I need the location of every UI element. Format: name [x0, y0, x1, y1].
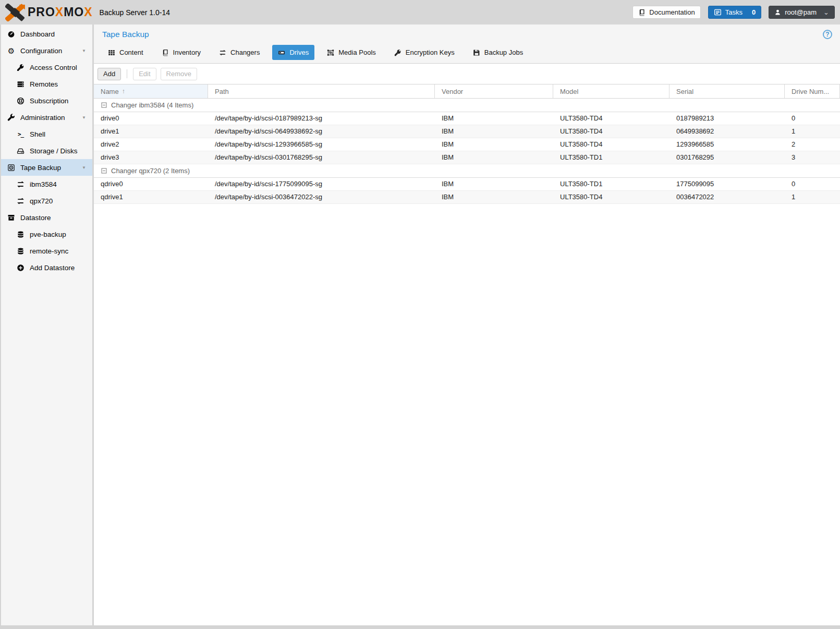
plus-circle-icon	[16, 264, 26, 272]
drives-table: Name ↑ Path Vendor Model Serial Drive Nu…	[94, 84, 840, 204]
exchange-icon	[16, 197, 26, 205]
book-icon	[638, 9, 646, 16]
sidebar-item-subscription[interactable]: Subscription	[1, 92, 92, 109]
chevron-down-icon[interactable]: ▼	[82, 115, 86, 120]
column-header-model[interactable]: Model	[553, 84, 669, 98]
exchange-icon	[16, 180, 26, 188]
table-row-drive0[interactable]: drive0 /dev/tape/by-id/scsi-0187989213-s…	[94, 112, 840, 125]
product-version-label: Backup Server 1.0-14	[100, 8, 170, 17]
sidebar-item-label: ibm3584	[30, 180, 57, 188]
sidebar-item-shell[interactable]: >_ Shell	[1, 126, 92, 142]
database-icon	[16, 247, 26, 255]
tasks-count-badge: 0	[752, 8, 756, 16]
tab-content[interactable]: Content	[102, 45, 149, 60]
user-icon	[774, 9, 781, 16]
key-icon	[394, 49, 401, 56]
sidebar-item-label: Configuration	[20, 47, 62, 55]
column-header-vendor[interactable]: Vendor	[435, 84, 553, 98]
proxmox-x-logo-icon	[5, 4, 25, 21]
sidebar-item-label: Subscription	[30, 97, 68, 105]
sidebar-item-configuration[interactable]: ⚙ Configuration ▼	[1, 42, 92, 59]
group-label: Changer ibm3584 (4 Items)	[111, 101, 193, 109]
sidebar-item-pve-backup[interactable]: pve-backup	[1, 226, 92, 243]
column-header-serial[interactable]: Serial	[669, 84, 785, 98]
table-header-row: Name ↑ Path Vendor Model Serial Drive Nu…	[94, 84, 840, 99]
table-toolbar: Add Edit Remove	[94, 64, 840, 84]
table-row-qdrive0[interactable]: qdrive0 /dev/tape/by-id/scsi-1775099095-…	[94, 178, 840, 191]
life-ring-icon	[16, 97, 26, 105]
sidebar-item-add-datastore[interactable]: Add Datastore	[1, 259, 92, 276]
collapse-minus-icon[interactable]	[101, 102, 107, 108]
sidebar-item-ibm3584[interactable]: ibm3584	[1, 176, 92, 192]
sidebar-item-label: remote-sync	[30, 247, 68, 255]
save-icon	[473, 49, 480, 56]
tab-inventory[interactable]: Inventory	[156, 45, 206, 60]
add-button[interactable]: Add	[98, 68, 121, 80]
table-row-drive1[interactable]: drive1 /dev/tape/by-id/scsi-0649938692-s…	[94, 125, 840, 138]
column-header-path[interactable]: Path	[208, 84, 435, 98]
sidebar: Dashboard ⚙ Configuration ▼ Access Contr…	[1, 25, 94, 625]
sidebar-item-label: Administration	[20, 114, 65, 122]
table-row-drive2[interactable]: drive2 /dev/tape/by-id/scsi-1293966585-s…	[94, 138, 840, 151]
sidebar-item-remotes[interactable]: Remotes	[1, 76, 92, 92]
content-header: Tape Backup ? Content Inventory Changers	[94, 25, 840, 64]
column-header-name[interactable]: Name ↑	[94, 84, 208, 98]
chevron-down-icon[interactable]: ▼	[82, 49, 86, 53]
tab-backup-jobs[interactable]: Backup Jobs	[467, 45, 529, 60]
sidebar-item-label: Tape Backup	[20, 164, 61, 172]
sidebar-item-label: Storage / Disks	[30, 147, 78, 155]
group-label: Changer qpx720 (2 Items)	[111, 167, 190, 175]
tab-media-pools[interactable]: Media Pools	[321, 45, 382, 60]
chevron-down-icon[interactable]: ▼	[82, 165, 86, 170]
exchange-icon	[219, 49, 226, 56]
sidebar-item-administration[interactable]: Administration ▼	[1, 109, 92, 126]
sidebar-item-label: qpx720	[30, 197, 53, 205]
tab-drives[interactable]: Drives	[272, 45, 314, 60]
sidebar-item-storage-disks[interactable]: Storage / Disks	[1, 142, 92, 159]
sidebar-item-label: Datastore	[20, 214, 51, 222]
sidebar-item-label: Shell	[30, 130, 45, 138]
documentation-button[interactable]: Documentation	[632, 6, 700, 19]
terminal-icon: >_	[16, 131, 26, 138]
top-bar: PROXMOX Backup Server 1.0-14 Documentati…	[0, 0, 840, 25]
sidebar-item-access-control[interactable]: Access Control	[1, 59, 92, 76]
task-list-icon	[714, 8, 722, 16]
sidebar-item-label: Remotes	[30, 80, 58, 88]
table-row-drive3[interactable]: drive3 /dev/tape/by-id/scsi-0301768295-s…	[94, 151, 840, 164]
sidebar-item-dashboard[interactable]: Dashboard	[1, 26, 92, 42]
proxmox-wordmark: PROXMOX	[28, 5, 93, 19]
toolbar-separator	[127, 69, 127, 78]
tab-changers[interactable]: Changers	[213, 45, 265, 60]
main-panel: Tape Backup ? Content Inventory Changers	[94, 25, 840, 625]
gear-icon: ⚙	[6, 47, 16, 55]
tab-encryption-keys[interactable]: Encryption Keys	[388, 45, 460, 60]
server-icon	[16, 80, 26, 88]
sidebar-item-datastore[interactable]: Datastore	[1, 209, 92, 226]
group-row-ibm3584[interactable]: Changer ibm3584 (4 Items)	[94, 99, 840, 112]
sidebar-item-label: Access Control	[30, 64, 77, 71]
grid-icon	[108, 49, 115, 56]
book-icon	[162, 49, 169, 56]
remove-button[interactable]: Remove	[161, 68, 197, 80]
tab-bar: Content Inventory Changers Drives Media …	[94, 42, 840, 63]
help-icon[interactable]: ?	[823, 30, 832, 39]
sidebar-item-remote-sync[interactable]: remote-sync	[1, 243, 92, 259]
sidebar-item-label: pve-backup	[30, 231, 66, 238]
group-row-qpx720[interactable]: Changer qpx720 (2 Items)	[94, 164, 840, 178]
edit-button[interactable]: Edit	[133, 68, 156, 80]
sidebar-item-qpx720[interactable]: qpx720	[1, 192, 92, 209]
archive-icon	[6, 214, 16, 222]
tape-drive-icon	[278, 49, 285, 56]
sort-ascending-icon: ↑	[122, 88, 125, 95]
key-icon	[16, 64, 26, 71]
hdd-icon	[16, 147, 26, 155]
collapse-minus-icon[interactable]	[101, 168, 107, 174]
user-menu-button[interactable]: root@pam ⌄	[769, 6, 835, 19]
page-title: Tape Backup	[102, 30, 149, 39]
table-row-qdrive1[interactable]: qdrive1 /dev/tape/by-id/scsi-0036472022-…	[94, 191, 840, 204]
sidebar-item-label: Add Datastore	[30, 264, 75, 272]
column-header-drive-number[interactable]: Drive Num...	[785, 84, 840, 98]
tasks-button[interactable]: Tasks 0	[708, 6, 761, 19]
sidebar-item-tape-backup[interactable]: Tape Backup ▼	[1, 159, 92, 176]
chevron-down-icon: ⌄	[823, 10, 829, 15]
